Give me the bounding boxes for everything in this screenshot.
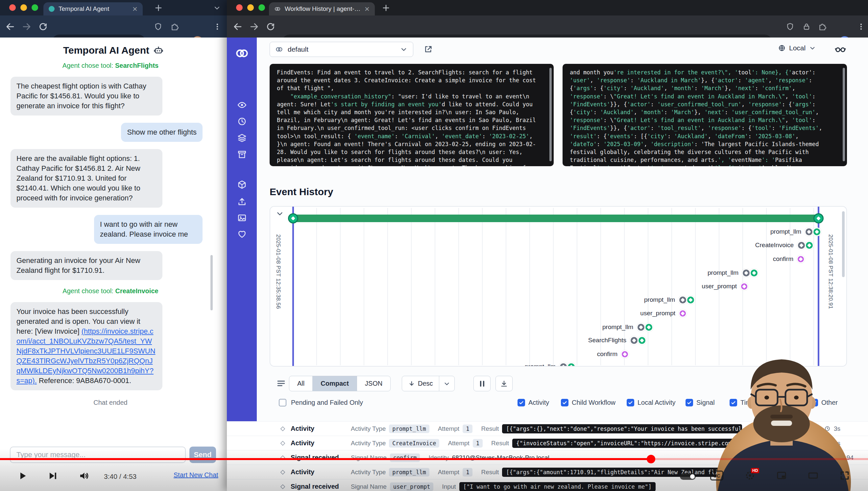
code-string-token: 'actor' xyxy=(627,125,651,131)
sidebar-archive-icon[interactable] xyxy=(237,149,247,159)
sidebar-clock-icon[interactable] xyxy=(237,116,247,126)
close-tab-icon[interactable] xyxy=(132,6,137,12)
minimize-window-button[interactable] xyxy=(247,4,254,11)
tab-list-chevron-icon[interactable] xyxy=(213,4,221,12)
temporal-diamond-glyph xyxy=(681,311,685,316)
forward-icon[interactable] xyxy=(249,22,259,32)
rows-view-icon[interactable] xyxy=(276,378,286,388)
minimize-window-button[interactable] xyxy=(20,4,27,11)
cluster-location-select[interactable]: Local xyxy=(778,44,816,52)
timeline-event-createinvoice[interactable]: CreateInvoice xyxy=(755,239,814,251)
sidebar-package-icon[interactable] xyxy=(237,180,247,190)
code-string-token: 'response' xyxy=(708,125,741,131)
settings-button[interactable]: HD xyxy=(744,470,755,481)
timeline-scrollbar[interactable] xyxy=(842,211,845,277)
extensions-puzzle-icon[interactable] xyxy=(170,22,179,31)
checkbox-activity[interactable] xyxy=(518,399,525,406)
progress-bar[interactable] xyxy=(0,458,868,460)
view-tab-compact[interactable]: Compact xyxy=(312,376,357,391)
code-string-token: 'month' xyxy=(671,85,694,91)
close-tab-icon[interactable] xyxy=(365,6,370,12)
browser-tab-temporal-agent[interactable]: Temporal AI Agent xyxy=(43,2,143,16)
filter-activity[interactable]: Activity xyxy=(518,399,549,406)
code-string-token: 'Auckland' xyxy=(630,85,664,91)
forward-icon[interactable] xyxy=(22,22,32,32)
shield-extension-icon[interactable] xyxy=(154,22,162,31)
timeline-event-user-prompt[interactable]: user_prompt xyxy=(702,281,748,292)
next-video-icon[interactable] xyxy=(47,470,59,482)
sort-desc-button[interactable]: Desc xyxy=(402,380,439,387)
password-extension-icon[interactable] xyxy=(802,22,811,31)
code-string-token: 'result' xyxy=(570,133,597,140)
agent-message: Your invoice has been successfully gener… xyxy=(10,302,162,390)
timeline-event-searchflights[interactable]: SearchFlights xyxy=(588,335,646,346)
new-tab-button[interactable] xyxy=(381,3,391,12)
filter-child-workflow[interactable]: Child Workflow xyxy=(561,399,616,406)
reload-icon[interactable] xyxy=(266,22,276,32)
back-icon[interactable] xyxy=(233,22,243,32)
sidebar-heart-icon[interactable] xyxy=(237,229,247,239)
view-tab-json[interactable]: JSON xyxy=(357,376,390,391)
sidebar-eye-icon[interactable] xyxy=(237,100,247,110)
shield-extension-icon[interactable] xyxy=(786,22,794,31)
reload-icon[interactable] xyxy=(38,22,48,32)
browser-menu-icon[interactable] xyxy=(213,22,222,31)
open-in-new-icon[interactable] xyxy=(424,45,433,54)
captions-button[interactable]: CC xyxy=(710,470,723,481)
sidebar-image-icon[interactable] xyxy=(237,213,247,223)
event-field-value: 68210@Steves-MacBook-Pro.local xyxy=(452,454,549,461)
message-input[interactable] xyxy=(10,446,186,463)
timeline-event-prompt-llm[interactable]: prompt_llm xyxy=(602,321,653,333)
timeline-event-prompt-llm[interactable]: prompt_llm xyxy=(708,267,758,279)
timeline-event-prompt-llm[interactable]: prompt_llm xyxy=(525,361,576,367)
new-tab-button[interactable] xyxy=(154,3,163,12)
download-history-button[interactable] xyxy=(495,376,513,391)
send-button[interactable]: Send xyxy=(189,446,216,463)
autoplay-toggle[interactable] xyxy=(680,473,696,480)
close-window-button[interactable] xyxy=(236,4,243,11)
check-icon xyxy=(562,400,567,405)
pause-button[interactable] xyxy=(473,376,491,391)
close-window-button[interactable] xyxy=(9,4,16,11)
code-string-token: 'March' xyxy=(701,85,725,91)
filter-local-activity[interactable]: Local Activity xyxy=(627,399,676,406)
tool-choice-name: SearchFlights xyxy=(115,62,158,69)
timeline-event-prompt-llm[interactable]: prompt_llm xyxy=(644,294,695,306)
zoom-window-button[interactable] xyxy=(258,4,265,11)
namespace-value: default xyxy=(288,46,395,53)
sidebar-layers-icon[interactable] xyxy=(237,133,247,143)
labs-glasses-icon[interactable] xyxy=(834,43,846,55)
timeline-event-confirm[interactable]: confirm xyxy=(773,253,805,265)
volume-icon[interactable] xyxy=(78,470,90,482)
fullscreen-icon[interactable] xyxy=(839,470,850,481)
view-tab-all[interactable]: All xyxy=(289,376,312,391)
code-scrollbar[interactable] xyxy=(549,68,552,161)
timeline-event-confirm[interactable]: confirm xyxy=(597,348,629,360)
code-scrollbar[interactable] xyxy=(843,68,845,161)
timeline-event-user-prompt[interactable]: user_prompt xyxy=(640,308,687,319)
miniplayer-icon[interactable] xyxy=(776,470,787,481)
progress-scrubber[interactable] xyxy=(647,455,655,463)
checkbox-local-activity[interactable] xyxy=(627,399,634,406)
theater-mode-icon[interactable] xyxy=(807,470,819,481)
sidebar-temporal-logo-icon[interactable] xyxy=(235,46,249,61)
activity-dot xyxy=(630,336,639,345)
sort-dropdown-button[interactable] xyxy=(439,376,454,391)
namespace-select[interactable]: default xyxy=(270,42,413,57)
play-icon[interactable] xyxy=(17,470,28,482)
back-icon[interactable] xyxy=(5,22,15,32)
extensions-puzzle-icon[interactable] xyxy=(818,22,827,31)
browser-menu-icon[interactable] xyxy=(857,22,865,31)
workflow-result-panel: and month you're interested in for the e… xyxy=(563,64,847,166)
timeline-event-prompt-llm[interactable]: prompt_llm xyxy=(770,226,821,237)
signal-dot xyxy=(621,350,629,358)
code-string-token: 'actor' xyxy=(714,77,738,84)
checkbox-child-workflow[interactable] xyxy=(561,399,568,406)
sidebar-upload-icon[interactable] xyxy=(237,197,247,206)
code-string-token: 'tool' xyxy=(792,117,812,123)
activity-dot xyxy=(742,268,751,278)
zoom-window-button[interactable] xyxy=(32,4,38,11)
invoice-link[interactable]: (https://invoice.stripe.com/i/acct_1NBOL… xyxy=(17,327,156,385)
browser-tab-workflow-history[interactable]: Workflow History | agent-wor xyxy=(269,2,375,16)
chat-scrollbar[interactable] xyxy=(210,255,213,310)
